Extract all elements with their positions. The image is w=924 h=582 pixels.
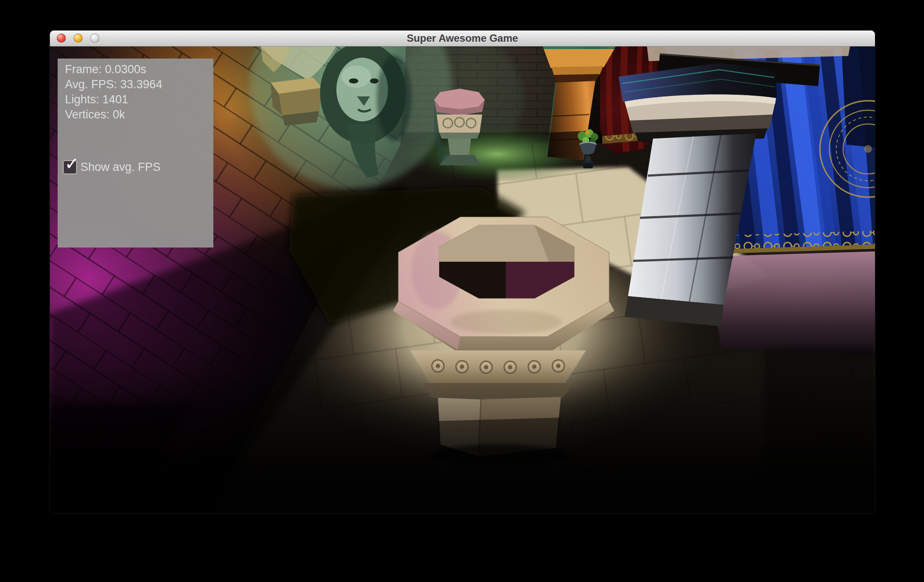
hud-stats: Frame: 0.0300s Avg. FPS: 33.3964 Lights:… bbox=[58, 59, 213, 122]
show-avg-fps-checkbox[interactable]: ✓ bbox=[63, 160, 77, 174]
checkmark-icon: ✓ bbox=[63, 155, 80, 172]
title-bar[interactable]: Super Awesome Game bbox=[50, 31, 875, 46]
hud-avg-fps: Avg. FPS: 33.3964 bbox=[65, 77, 213, 92]
hud-vertices: Vertices: 0k bbox=[65, 107, 213, 122]
show-avg-fps-row: ✓ Show avg. FPS bbox=[63, 160, 160, 174]
debug-hud-panel: Frame: 0.0300s Avg. FPS: 33.3964 Lights:… bbox=[58, 59, 213, 248]
show-avg-fps-label: Show avg. FPS bbox=[80, 161, 160, 174]
game-viewport[interactable]: Frame: 0.0300s Avg. FPS: 33.3964 Lights:… bbox=[50, 46, 875, 514]
game-window: Super Awesome Game bbox=[49, 30, 875, 514]
vignette bbox=[50, 348, 875, 514]
hud-frame-time: Frame: 0.0300s bbox=[65, 62, 213, 77]
hud-lights: Lights: 1401 bbox=[65, 92, 213, 107]
window-title: Super Awesome Game bbox=[50, 31, 875, 46]
